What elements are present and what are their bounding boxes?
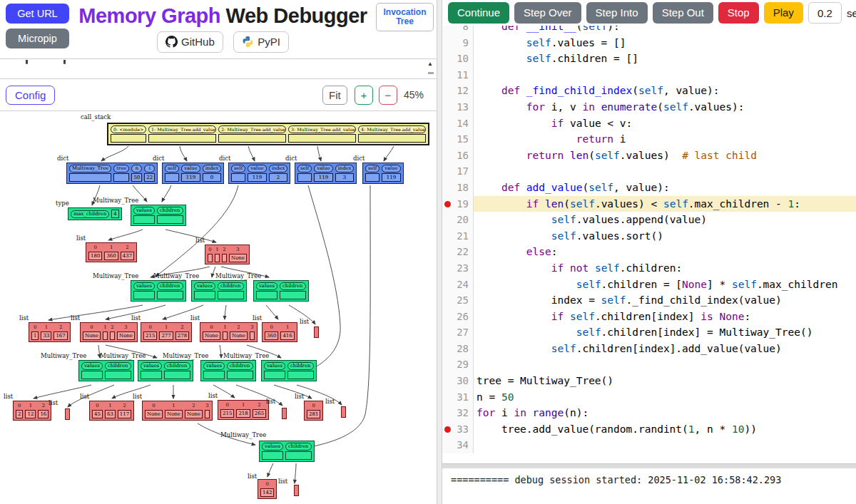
pypi-link[interactable]: PyPI bbox=[233, 31, 289, 53]
source-strip[interactable]: ▲ bbox=[0, 60, 437, 79]
github-link[interactable]: GitHub bbox=[157, 31, 223, 53]
graph-edge bbox=[225, 305, 226, 319]
memory-graph-canvas[interactable]: call_stack0: <module>1: Multiway_Tree.ad… bbox=[0, 111, 437, 504]
graph-edge bbox=[384, 146, 394, 161]
github-label: GitHub bbox=[181, 36, 215, 48]
code-text bbox=[474, 437, 856, 453]
code-text: def add_value(self, value): bbox=[474, 180, 856, 196]
gutter-line-25[interactable]: 25 bbox=[442, 292, 474, 309]
step-into-button[interactable]: Step Into bbox=[586, 2, 648, 24]
code-line-14: 14 if value < v: bbox=[442, 115, 856, 132]
gutter-line-8[interactable]: 8 bbox=[442, 26, 474, 35]
code-line-13: 13 for i, v in enumerate(self.values): bbox=[442, 99, 856, 115]
gutter-line-15[interactable]: 15 bbox=[442, 131, 474, 148]
graph-node-obj: valueschildren bbox=[131, 205, 186, 226]
gutter-line-21[interactable]: 21 bbox=[442, 228, 474, 245]
node-label: Multiway_Tree bbox=[153, 272, 199, 279]
graph-node-obj: valueschildren bbox=[131, 280, 186, 302]
node-label: dict bbox=[219, 155, 230, 162]
step-over-button[interactable]: Step Over bbox=[514, 2, 581, 24]
gutter-line-10[interactable]: 10 bbox=[442, 51, 474, 67]
breakpoint-icon[interactable] bbox=[444, 201, 451, 207]
graph-node-list: 0None1None2None3 bbox=[142, 401, 213, 421]
graph-edge bbox=[317, 146, 321, 161]
graph-edge bbox=[248, 146, 255, 161]
gutter-line-26[interactable]: 26 bbox=[442, 309, 474, 325]
graph-edge bbox=[108, 230, 143, 240]
console-text: ========== debug session started: 2025-1… bbox=[451, 474, 781, 485]
graph-node-dict: Multiway_Treetreen50i22 bbox=[66, 163, 158, 184]
gutter-line-16[interactable]: 16 bbox=[442, 148, 474, 164]
graph-node-sliver bbox=[294, 485, 299, 496]
code-line-8: 8 def __init__(self): bbox=[442, 26, 856, 35]
node-label: call_stack bbox=[81, 113, 111, 120]
node-label: list bbox=[266, 398, 275, 405]
gutter-line-20[interactable]: 20 bbox=[442, 212, 474, 228]
gutter-line-29[interactable]: 29 bbox=[442, 356, 474, 373]
get-url-button[interactable]: Get URL bbox=[6, 4, 69, 24]
debug-toolbar: Continue Step Over Step Into Step Out St… bbox=[442, 0, 856, 26]
node-label: list bbox=[248, 473, 257, 480]
gutter-line-17[interactable]: 17 bbox=[442, 163, 474, 180]
node-label: dict bbox=[153, 155, 164, 162]
code-line-23: 23 if not self.children: bbox=[442, 260, 856, 277]
gutter-line-30[interactable]: 30 bbox=[442, 373, 474, 389]
pane-splitter[interactable] bbox=[437, 0, 442, 504]
code-text: if not self.children: bbox=[474, 260, 856, 277]
gutter-line-32[interactable]: 32 bbox=[442, 405, 474, 421]
graph-edge bbox=[49, 305, 143, 320]
graph-node-obj: valueschildren bbox=[138, 360, 193, 381]
gutter-line-24[interactable]: 24 bbox=[442, 277, 474, 293]
gutter-line-22[interactable]: 22 bbox=[442, 244, 474, 260]
code-line-10: 10 self.children = [] bbox=[442, 51, 856, 67]
code-line-16: 16 return len(self.values) # last child bbox=[442, 148, 856, 164]
gutter-line-19[interactable]: 19 bbox=[442, 196, 474, 212]
graph-node-obj: valueschildren bbox=[78, 360, 134, 381]
gutter-line-18[interactable]: 18 bbox=[442, 180, 474, 196]
config-button[interactable]: Config bbox=[6, 86, 55, 105]
micropip-button[interactable]: Micropip bbox=[6, 29, 69, 48]
interval-input[interactable] bbox=[808, 2, 842, 24]
gutter-line-9[interactable]: 9 bbox=[442, 35, 474, 51]
gutter-line-27[interactable]: 27 bbox=[442, 324, 474, 341]
continue-button[interactable]: Continue bbox=[448, 2, 509, 24]
graph-edge bbox=[101, 146, 128, 161]
node-label: list bbox=[133, 393, 142, 400]
code-editor[interactable]: 8 def __init__(self):9 self.values = []1… bbox=[442, 26, 856, 463]
node-label: Multiway_Tree bbox=[215, 272, 261, 279]
node-label: Multiway_Tree bbox=[163, 352, 208, 359]
scroll-up-arrow-icon[interactable]: ▲ bbox=[427, 61, 433, 67]
title-rest: Web Debugger bbox=[220, 4, 367, 27]
zoom-out-button[interactable]: − bbox=[379, 86, 397, 105]
fit-button[interactable]: Fit bbox=[322, 86, 347, 105]
zoom-in-button[interactable]: + bbox=[355, 86, 373, 105]
graph-toolbar: Config Fit + − 45% bbox=[0, 79, 437, 111]
gutter-line-31[interactable]: 31 bbox=[442, 389, 474, 406]
graph-node-sliver bbox=[65, 408, 70, 420]
gutter-line-33[interactable]: 33 bbox=[442, 421, 474, 438]
node-label: list bbox=[253, 314, 262, 322]
gutter-line-12[interactable]: 12 bbox=[442, 83, 474, 99]
node-label: list bbox=[325, 398, 335, 405]
gutter-line-23[interactable]: 23 bbox=[442, 260, 474, 277]
play-button[interactable]: Play bbox=[764, 2, 803, 24]
invocation-tree-button[interactable]: InvocationTree bbox=[376, 3, 434, 31]
gutter-line-11[interactable]: 11 bbox=[442, 67, 474, 83]
console-divider[interactable] bbox=[442, 463, 856, 468]
step-out-button[interactable]: Step Out bbox=[653, 2, 713, 24]
gutter-line-28[interactable]: 28 bbox=[442, 341, 474, 357]
code-text: self.values = [] bbox=[474, 35, 856, 51]
node-label: Multiway_Tree bbox=[41, 352, 86, 359]
scrollbar-thumb[interactable] bbox=[428, 72, 434, 74]
graph-node-dict: selfvalue119index0 bbox=[162, 163, 224, 184]
code-line-11: 11 bbox=[442, 67, 856, 83]
graph-node-list: 0451632117 bbox=[89, 401, 134, 421]
gutter-line-14[interactable]: 14 bbox=[442, 115, 474, 132]
gutter-line-34[interactable]: 34 bbox=[442, 437, 474, 453]
gutter-line-13[interactable]: 13 bbox=[442, 99, 474, 115]
code-line-21: 21 self.values.sort() bbox=[442, 228, 856, 245]
stop-button[interactable]: Stop bbox=[718, 2, 759, 24]
code-text: else: bbox=[474, 244, 856, 260]
breakpoint-icon[interactable] bbox=[444, 426, 451, 433]
graph-node-obj: valueschildren bbox=[261, 360, 317, 381]
